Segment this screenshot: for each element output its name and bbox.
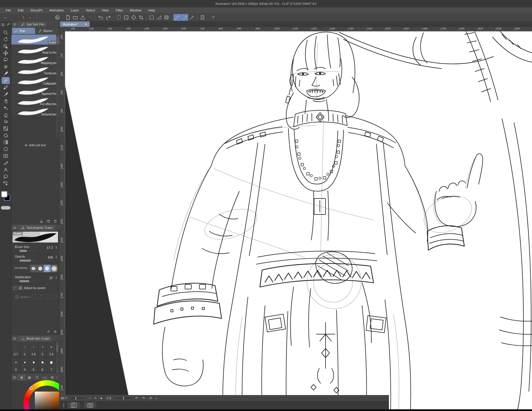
panel-menu-icon[interactable]: ☰ [12,376,17,379]
zoom-tool[interactable] [2,29,9,36]
tab-color-set[interactable]: ▦ [26,374,33,381]
brush-calligraphy[interactable]: Calligraphy [11,76,59,86]
stabilization-value[interactable]: 22 [49,276,53,280]
material-button[interactable] [130,14,137,21]
page-chevrons[interactable]: ▲▼ [63,403,65,408]
crop-button[interactable] [137,14,145,21]
brush-tool[interactable] [2,91,9,97]
panel-scroll-down-icon[interactable]: ▼ [56,376,58,378]
anti-aliasing-option-3[interactable] [51,265,57,272]
select-area-button[interactable] [148,14,155,21]
gradient-tool[interactable] [2,139,9,145]
brush-size-1.5[interactable]: 1.5 [29,342,38,357]
anti-aliasing-option-0[interactable] [30,265,37,272]
zoom-in-button[interactable]: + [93,396,99,400]
menu-select[interactable]: Select [82,7,98,13]
brush-real-g-pen[interactable]: Real G-Pen [11,45,59,55]
ellipse-tool[interactable] [2,146,9,152]
import-icon[interactable] [39,219,44,224]
brush-preview[interactable]: G-pen [13,232,58,242]
settings-icon[interactable] [53,329,58,334]
brush-textured-pen[interactable]: Textured pen [11,107,59,117]
brush-size-scrollbar[interactable]: ▲ ▼ [56,342,59,373]
airbrush-tool[interactable] [2,98,9,104]
subtool-panel-header[interactable]: ☰ Sub Tool: Pen [11,21,59,27]
new-file-button[interactable] [64,14,72,21]
brush-size-2[interactable]: 2 [38,342,47,357]
brush-size-3[interactable]: 3 [12,357,20,373]
tab-approx-color[interactable]: △△ [41,374,49,381]
zoom-out-button[interactable]: − [87,396,93,400]
tab-intermediate-color[interactable]: ▤ [48,374,56,381]
redo-button[interactable] [105,14,112,21]
save-dropdown[interactable] [87,14,94,21]
anti-aliasing-option-1[interactable] [37,265,44,272]
brush-g-pen[interactable]: G-pen [11,35,59,45]
subtool-tab-pen[interactable]: Pen [12,28,35,34]
tab-color-wheel[interactable]: ◉ [18,374,26,381]
brush-mapping-pen[interactable]: Mapping pen [11,55,59,65]
stabilization-stepper[interactable]: ▲▼ [55,276,57,279]
adjust-by-speed-row[interactable]: + ✓ Adjust by speed [11,284,59,292]
panel-menu-icon[interactable]: ☰ [12,23,17,26]
collapse-left-icon[interactable]: ‹ [154,396,159,400]
opacity-slider[interactable] [19,260,36,262]
frame-border-tool[interactable] [2,153,9,159]
brush-for-effect-line[interactable]: For effect line [11,96,59,107]
brush-size-1[interactable]: 1 [21,342,29,357]
selection-launcher-button[interactable] [163,14,170,21]
transparent-color-swatch[interactable] [1,206,11,210]
snap-to-special-ruler-toggle[interactable] [181,14,188,21]
balloon-tool[interactable] [2,173,9,180]
document-tab[interactable]: Illustration* [60,21,90,27]
operation-tool[interactable] [2,43,9,49]
decoration-tool[interactable] [2,105,9,111]
help-button[interactable]: ? [209,14,217,21]
reset-icon[interactable]: ↺ [46,329,51,334]
lasso-tool[interactable] [2,57,9,63]
zoom-slider[interactable] [71,398,84,399]
rotation-slider[interactable] [116,398,131,399]
snap-to-ruler-toggle[interactable] [173,14,181,21]
anti-aliasing-options[interactable] [30,264,58,272]
stabilization-row[interactable]: Stabilization 22 ▲▼ [11,274,59,284]
anti-aliasing-row[interactable]: Anti-aliasing [11,264,59,274]
pencil-tool[interactable] [2,84,9,91]
vector-magnet-checkbox[interactable] [15,295,19,299]
rotate-left-button[interactable]: ↶ [133,396,140,400]
zoom-value[interactable]: 80.7 [59,396,69,400]
trash-icon[interactable] [53,219,58,224]
rotation-value[interactable]: -7.9 [104,396,114,400]
brush-size-0.7[interactable]: 0.7 [12,342,20,357]
polyline-tool[interactable] [2,160,9,166]
blend-tool[interactable] [2,119,9,125]
adjust-by-speed-checkbox[interactable]: ✓ [19,286,22,290]
clip-studio-logo[interactable] [54,14,61,21]
brush-turnip-pen[interactable]: Turnip pen [11,65,59,76]
brush-size-7[interactable]: 7 [47,357,56,373]
eyedropper-tool[interactable] [2,71,9,77]
undo-button[interactable] [97,14,105,21]
camera-frame-button[interactable] [84,402,97,409]
toolbar-nav-3[interactable]: ‹ [33,16,40,19]
opacity-stepper[interactable]: ▲▼ [55,255,57,259]
select-shrink-button[interactable] [155,14,163,21]
menu-window[interactable]: Window [127,7,145,13]
auto-select-tool[interactable] [2,64,9,70]
expand-icon[interactable]: + [13,286,17,290]
main-sub-color-swatches[interactable] [1,191,11,204]
brush-size-row[interactable]: Brush Size 17.2 ▲▼ [11,244,59,253]
menu-edit[interactable]: Edit [15,7,27,13]
zoom-100-button[interactable]: ■ [99,397,104,400]
open-file-button[interactable] [72,14,79,21]
brush-size-2.5[interactable]: 2.5 [47,342,56,357]
menu-filter[interactable]: Filter [112,7,127,13]
add-subtool-button[interactable]: ⊕ Add sub tool [11,141,59,149]
pen-tool[interactable] [2,77,9,84]
processing-indicator[interactable] [115,14,123,21]
menu-file[interactable]: File [2,7,15,13]
brush-size-panel-header[interactable]: ☰ Brush size: G-pen [11,336,59,341]
toolbar-nav-1[interactable]: ‖ [20,16,27,19]
menu-animation[interactable]: Animation [46,7,67,13]
tool-property-header[interactable]: ☰ Tool property: G-pen [11,225,59,230]
